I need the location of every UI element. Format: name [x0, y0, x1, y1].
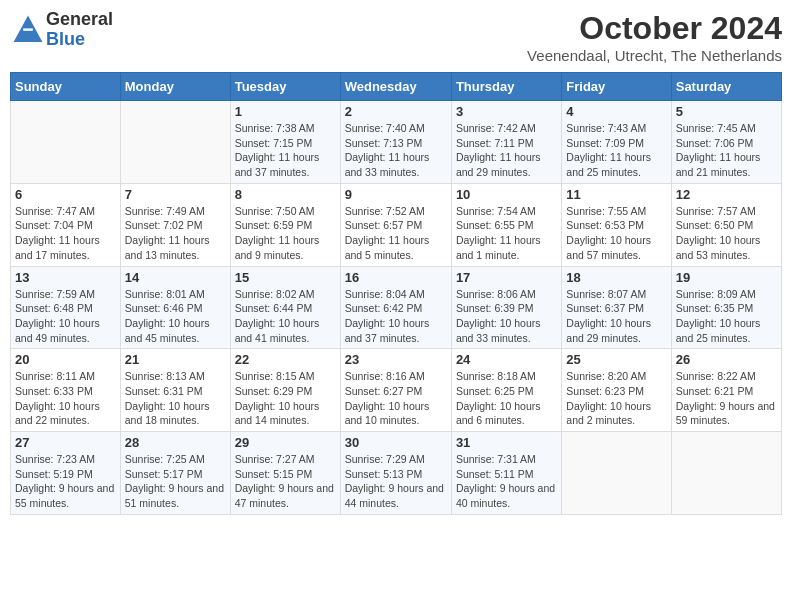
day-number: 12: [676, 187, 777, 202]
calendar-cell: 8Sunrise: 7:50 AMSunset: 6:59 PMDaylight…: [230, 183, 340, 266]
calendar-cell: 29Sunrise: 7:27 AMSunset: 5:15 PMDayligh…: [230, 432, 340, 515]
day-number: 1: [235, 104, 336, 119]
calendar-cell: 23Sunrise: 8:16 AMSunset: 6:27 PMDayligh…: [340, 349, 451, 432]
day-number: 19: [676, 270, 777, 285]
week-row-4: 27Sunrise: 7:23 AMSunset: 5:19 PMDayligh…: [11, 432, 782, 515]
day-info: Sunrise: 8:15 AMSunset: 6:29 PMDaylight:…: [235, 369, 336, 428]
calendar-cell: [11, 101, 121, 184]
calendar-cell: 4Sunrise: 7:43 AMSunset: 7:09 PMDaylight…: [562, 101, 671, 184]
day-info: Sunrise: 8:06 AMSunset: 6:39 PMDaylight:…: [456, 287, 557, 346]
calendar-table: SundayMondayTuesdayWednesdayThursdayFrid…: [10, 72, 782, 515]
day-number: 20: [15, 352, 116, 367]
logo-icon: [12, 14, 44, 46]
day-number: 3: [456, 104, 557, 119]
calendar-cell: 5Sunrise: 7:45 AMSunset: 7:06 PMDaylight…: [671, 101, 781, 184]
calendar-cell: 27Sunrise: 7:23 AMSunset: 5:19 PMDayligh…: [11, 432, 121, 515]
svg-rect-2: [23, 28, 33, 30]
calendar-cell: 9Sunrise: 7:52 AMSunset: 6:57 PMDaylight…: [340, 183, 451, 266]
day-info: Sunrise: 7:27 AMSunset: 5:15 PMDaylight:…: [235, 452, 336, 511]
week-row-1: 6Sunrise: 7:47 AMSunset: 7:04 PMDaylight…: [11, 183, 782, 266]
day-number: 10: [456, 187, 557, 202]
day-info: Sunrise: 7:45 AMSunset: 7:06 PMDaylight:…: [676, 121, 777, 180]
day-info: Sunrise: 7:59 AMSunset: 6:48 PMDaylight:…: [15, 287, 116, 346]
day-info: Sunrise: 7:49 AMSunset: 7:02 PMDaylight:…: [125, 204, 226, 263]
col-header-friday: Friday: [562, 73, 671, 101]
day-number: 5: [676, 104, 777, 119]
day-number: 25: [566, 352, 666, 367]
day-info: Sunrise: 7:57 AMSunset: 6:50 PMDaylight:…: [676, 204, 777, 263]
day-info: Sunrise: 8:20 AMSunset: 6:23 PMDaylight:…: [566, 369, 666, 428]
calendar-cell: 3Sunrise: 7:42 AMSunset: 7:11 PMDaylight…: [451, 101, 561, 184]
day-number: 14: [125, 270, 226, 285]
week-row-3: 20Sunrise: 8:11 AMSunset: 6:33 PMDayligh…: [11, 349, 782, 432]
day-number: 15: [235, 270, 336, 285]
logo-blue: Blue: [46, 29, 85, 49]
calendar-cell: 22Sunrise: 8:15 AMSunset: 6:29 PMDayligh…: [230, 349, 340, 432]
col-header-thursday: Thursday: [451, 73, 561, 101]
logo-general: General: [46, 9, 113, 29]
calendar-cell: 17Sunrise: 8:06 AMSunset: 6:39 PMDayligh…: [451, 266, 561, 349]
col-header-monday: Monday: [120, 73, 230, 101]
day-number: 29: [235, 435, 336, 450]
day-info: Sunrise: 8:09 AMSunset: 6:35 PMDaylight:…: [676, 287, 777, 346]
calendar-cell: [671, 432, 781, 515]
day-info: Sunrise: 8:01 AMSunset: 6:46 PMDaylight:…: [125, 287, 226, 346]
calendar-cell: 12Sunrise: 7:57 AMSunset: 6:50 PMDayligh…: [671, 183, 781, 266]
col-header-saturday: Saturday: [671, 73, 781, 101]
day-number: 30: [345, 435, 447, 450]
day-info: Sunrise: 8:13 AMSunset: 6:31 PMDaylight:…: [125, 369, 226, 428]
day-number: 23: [345, 352, 447, 367]
day-number: 8: [235, 187, 336, 202]
day-info: Sunrise: 8:07 AMSunset: 6:37 PMDaylight:…: [566, 287, 666, 346]
day-info: Sunrise: 7:43 AMSunset: 7:09 PMDaylight:…: [566, 121, 666, 180]
day-number: 11: [566, 187, 666, 202]
header-row: SundayMondayTuesdayWednesdayThursdayFrid…: [11, 73, 782, 101]
day-number: 6: [15, 187, 116, 202]
calendar-cell: 6Sunrise: 7:47 AMSunset: 7:04 PMDaylight…: [11, 183, 121, 266]
calendar-cell: 25Sunrise: 8:20 AMSunset: 6:23 PMDayligh…: [562, 349, 671, 432]
day-number: 4: [566, 104, 666, 119]
day-info: Sunrise: 7:54 AMSunset: 6:55 PMDaylight:…: [456, 204, 557, 263]
calendar-cell: [120, 101, 230, 184]
day-info: Sunrise: 7:52 AMSunset: 6:57 PMDaylight:…: [345, 204, 447, 263]
calendar-cell: 18Sunrise: 8:07 AMSunset: 6:37 PMDayligh…: [562, 266, 671, 349]
col-header-wednesday: Wednesday: [340, 73, 451, 101]
calendar-cell: [562, 432, 671, 515]
day-number: 21: [125, 352, 226, 367]
day-number: 31: [456, 435, 557, 450]
day-number: 16: [345, 270, 447, 285]
calendar-cell: 11Sunrise: 7:55 AMSunset: 6:53 PMDayligh…: [562, 183, 671, 266]
day-info: Sunrise: 7:25 AMSunset: 5:17 PMDaylight:…: [125, 452, 226, 511]
day-number: 27: [15, 435, 116, 450]
title-section: October 2024 Veenendaal, Utrecht, The Ne…: [527, 10, 782, 64]
logo-text: General Blue: [46, 10, 113, 50]
calendar-cell: 19Sunrise: 8:09 AMSunset: 6:35 PMDayligh…: [671, 266, 781, 349]
page-header: General Blue October 2024 Veenendaal, Ut…: [10, 10, 782, 64]
day-info: Sunrise: 8:04 AMSunset: 6:42 PMDaylight:…: [345, 287, 447, 346]
calendar-cell: 15Sunrise: 8:02 AMSunset: 6:44 PMDayligh…: [230, 266, 340, 349]
week-row-2: 13Sunrise: 7:59 AMSunset: 6:48 PMDayligh…: [11, 266, 782, 349]
calendar-cell: 31Sunrise: 7:31 AMSunset: 5:11 PMDayligh…: [451, 432, 561, 515]
calendar-cell: 24Sunrise: 8:18 AMSunset: 6:25 PMDayligh…: [451, 349, 561, 432]
calendar-cell: 10Sunrise: 7:54 AMSunset: 6:55 PMDayligh…: [451, 183, 561, 266]
day-info: Sunrise: 7:50 AMSunset: 6:59 PMDaylight:…: [235, 204, 336, 263]
day-number: 13: [15, 270, 116, 285]
calendar-cell: 20Sunrise: 8:11 AMSunset: 6:33 PMDayligh…: [11, 349, 121, 432]
calendar-cell: 28Sunrise: 7:25 AMSunset: 5:17 PMDayligh…: [120, 432, 230, 515]
day-number: 28: [125, 435, 226, 450]
day-info: Sunrise: 7:23 AMSunset: 5:19 PMDaylight:…: [15, 452, 116, 511]
calendar-cell: 26Sunrise: 8:22 AMSunset: 6:21 PMDayligh…: [671, 349, 781, 432]
day-info: Sunrise: 8:02 AMSunset: 6:44 PMDaylight:…: [235, 287, 336, 346]
location: Veenendaal, Utrecht, The Netherlands: [527, 47, 782, 64]
calendar-cell: 16Sunrise: 8:04 AMSunset: 6:42 PMDayligh…: [340, 266, 451, 349]
day-info: Sunrise: 7:40 AMSunset: 7:13 PMDaylight:…: [345, 121, 447, 180]
day-number: 17: [456, 270, 557, 285]
day-number: 9: [345, 187, 447, 202]
day-info: Sunrise: 7:29 AMSunset: 5:13 PMDaylight:…: [345, 452, 447, 511]
day-info: Sunrise: 8:16 AMSunset: 6:27 PMDaylight:…: [345, 369, 447, 428]
calendar-cell: 2Sunrise: 7:40 AMSunset: 7:13 PMDaylight…: [340, 101, 451, 184]
day-info: Sunrise: 7:55 AMSunset: 6:53 PMDaylight:…: [566, 204, 666, 263]
calendar-cell: 7Sunrise: 7:49 AMSunset: 7:02 PMDaylight…: [120, 183, 230, 266]
col-header-sunday: Sunday: [11, 73, 121, 101]
day-number: 26: [676, 352, 777, 367]
